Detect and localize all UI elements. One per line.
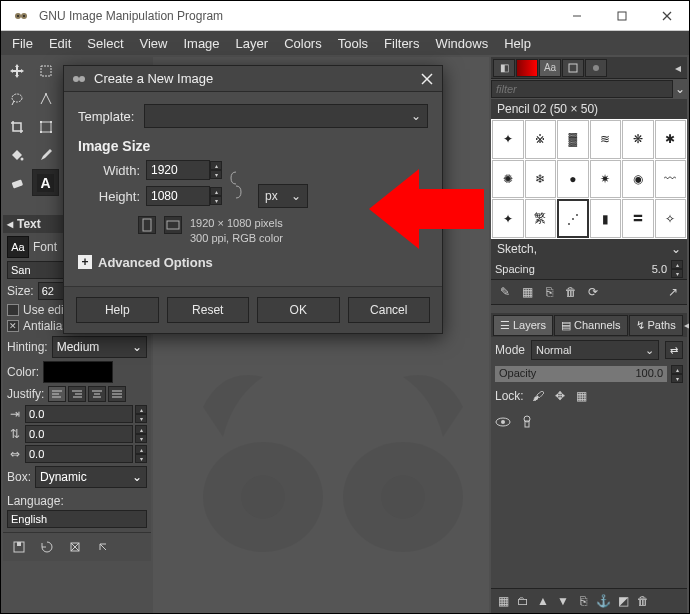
duplicate-brush-icon[interactable]: ⎘: [541, 284, 557, 300]
reset-preset-icon[interactable]: [95, 539, 111, 555]
menu-file[interactable]: File: [5, 33, 40, 54]
menu-help[interactable]: Help: [497, 33, 538, 54]
lasso-tool-icon[interactable]: [3, 85, 30, 112]
spacing-spinner[interactable]: ▴▾: [671, 260, 683, 278]
link-icon[interactable]: [519, 414, 535, 430]
brush-filter-input[interactable]: [491, 80, 673, 98]
dialog-close-button[interactable]: [418, 70, 436, 88]
text-tool-icon[interactable]: A: [32, 169, 59, 196]
dock-menu-icon[interactable]: ◂: [684, 318, 690, 332]
unit-select[interactable]: px ⌄: [258, 184, 308, 208]
justify-center-button[interactable]: [88, 386, 106, 402]
help-button[interactable]: Help: [76, 297, 159, 323]
indent-first-spinner[interactable]: ▴▾: [135, 405, 147, 423]
bucket-tool-icon[interactable]: [3, 141, 30, 168]
transform-tool-icon[interactable]: [32, 113, 59, 140]
restore-preset-icon[interactable]: [39, 539, 55, 555]
width-input[interactable]: [146, 160, 210, 180]
menu-colors[interactable]: Colors: [277, 33, 329, 54]
brushes-tab-gradients-icon[interactable]: [516, 59, 538, 77]
eraser-tool-icon[interactable]: [3, 169, 30, 196]
crop-tool-icon[interactable]: [3, 113, 30, 140]
paths-tab[interactable]: ↯ Paths: [629, 315, 683, 336]
channels-tab[interactable]: ▤ Channels: [554, 315, 627, 336]
lower-layer-icon[interactable]: ▼: [555, 593, 571, 609]
cancel-button[interactable]: Cancel: [348, 297, 431, 323]
use-editor-checkbox[interactable]: [7, 304, 19, 316]
indent-first-input[interactable]: [25, 405, 133, 423]
layer-list[interactable]: [491, 407, 687, 588]
advanced-options-toggle[interactable]: + Advanced Options: [78, 255, 428, 270]
brushes-tab-fonts-icon[interactable]: Aa: [539, 59, 561, 77]
lock-pixels-icon[interactable]: 🖌: [530, 388, 546, 404]
template-select[interactable]: ⌄: [144, 104, 428, 128]
rect-select-tool-icon[interactable]: [32, 57, 59, 84]
height-spinner[interactable]: ▴▾: [210, 187, 222, 205]
layers-tab[interactable]: ☰ Layers: [493, 315, 553, 336]
refresh-brush-icon[interactable]: ⟳: [585, 284, 601, 300]
width-spinner[interactable]: ▴▾: [210, 161, 222, 179]
height-input[interactable]: [146, 186, 210, 206]
mode-select[interactable]: Normal ⌄: [531, 340, 659, 360]
paintbrush-tool-icon[interactable]: [32, 141, 59, 168]
antialias-checkbox[interactable]: ✕: [7, 320, 19, 332]
menu-edit[interactable]: Edit: [42, 33, 78, 54]
text-color-swatch[interactable]: [43, 361, 113, 383]
font-preview-icon[interactable]: Aa: [7, 236, 29, 258]
menu-filters[interactable]: Filters: [377, 33, 426, 54]
brushes-tab-patterns-icon[interactable]: ◧: [493, 59, 515, 77]
dock-menu-icon[interactable]: ◂: [7, 217, 13, 231]
new-brush-icon[interactable]: ▦: [519, 284, 535, 300]
opacity-spinner[interactable]: ▴▾: [671, 365, 683, 383]
menu-tools[interactable]: Tools: [331, 33, 375, 54]
brushes-tab-history-icon[interactable]: [562, 59, 584, 77]
duplicate-layer-icon[interactable]: ⎘: [575, 593, 591, 609]
visibility-icon[interactable]: [495, 414, 511, 430]
menu-layer[interactable]: Layer: [229, 33, 276, 54]
menu-image[interactable]: Image: [176, 33, 226, 54]
reset-button[interactable]: Reset: [167, 297, 250, 323]
delete-brush-icon[interactable]: 🗑: [563, 284, 579, 300]
landscape-icon[interactable]: [164, 216, 182, 234]
mode-swap-icon[interactable]: ⇄: [665, 341, 683, 359]
mask-layer-icon[interactable]: ◩: [615, 593, 631, 609]
close-button[interactable]: [644, 1, 689, 31]
brush-category-select[interactable]: Sketch, ⌄: [491, 239, 687, 259]
new-group-icon[interactable]: 🗀: [515, 593, 531, 609]
brush-grid[interactable]: ✦ ※ ▓ ≋ ❋ ✱ ✺ ❄ ● ✷ ◉ 〰 ✦ 繁 ⋰ ▮ 〓 ✧: [491, 119, 687, 239]
new-layer-icon[interactable]: ▦: [495, 593, 511, 609]
edit-brush-icon[interactable]: ✎: [497, 284, 513, 300]
ok-button[interactable]: OK: [257, 297, 340, 323]
opacity-slider[interactable]: Opacity 100.0: [495, 366, 667, 382]
justify-right-button[interactable]: [68, 386, 86, 402]
raise-layer-icon[interactable]: ▲: [535, 593, 551, 609]
brushes-tab-brushes-icon[interactable]: [585, 59, 607, 77]
delete-preset-icon[interactable]: [67, 539, 83, 555]
lock-position-icon[interactable]: ✥: [552, 388, 568, 404]
open-brush-icon[interactable]: ↗: [665, 284, 681, 300]
justify-fill-button[interactable]: [108, 386, 126, 402]
chain-link-icon[interactable]: [226, 192, 246, 200]
maximize-button[interactable]: [599, 1, 644, 31]
hinting-select[interactable]: Medium ⌄: [52, 336, 147, 358]
box-select[interactable]: Dynamic ⌄: [35, 466, 147, 488]
save-preset-icon[interactable]: [11, 539, 27, 555]
portrait-icon[interactable]: [138, 216, 156, 234]
justify-left-button[interactable]: [48, 386, 66, 402]
chevron-down-icon[interactable]: ⌄: [673, 82, 687, 96]
delete-layer-icon[interactable]: 🗑: [635, 593, 651, 609]
line-spacing-input[interactable]: [25, 425, 133, 443]
fuzzy-select-tool-icon[interactable]: [32, 85, 59, 112]
menu-windows[interactable]: Windows: [428, 33, 495, 54]
letter-spacing-input[interactable]: [25, 445, 133, 463]
menu-select[interactable]: Select: [80, 33, 130, 54]
letter-spacing-spinner[interactable]: ▴▾: [135, 445, 147, 463]
minimize-button[interactable]: [554, 1, 599, 31]
dock-menu-icon[interactable]: ◂: [671, 61, 685, 75]
lock-alpha-icon[interactable]: ▦: [574, 388, 590, 404]
menu-view[interactable]: View: [133, 33, 175, 54]
move-tool-icon[interactable]: [3, 57, 30, 84]
merge-layer-icon[interactable]: ⚓: [595, 593, 611, 609]
language-input[interactable]: [7, 510, 147, 528]
line-spacing-spinner[interactable]: ▴▾: [135, 425, 147, 443]
